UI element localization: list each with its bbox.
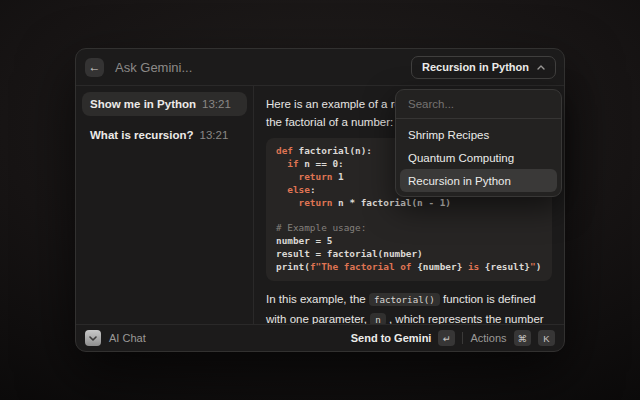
history-item-show-me-in-python[interactable]: Show me in Python 13:21	[82, 92, 247, 116]
back-button[interactable]: ←	[85, 58, 104, 77]
window-header: ← Ask Gemini... Recursion in Python	[76, 49, 564, 86]
dropdown-option-recursion-in-python[interactable]: Recursion in Python	[400, 169, 557, 192]
ask-input-placeholder[interactable]: Ask Gemini...	[115, 60, 411, 75]
history-item-label: Show me in Python	[90, 98, 196, 110]
actions-button[interactable]: Actions	[470, 332, 506, 344]
history-item-time: 13:21	[200, 129, 229, 141]
footer-divider	[462, 332, 463, 344]
footer-actions: Send to Gemini ↵ Actions ⌘ K	[351, 330, 555, 346]
dropdown-option-shrimp-recipes[interactable]: Shrimp Recipes	[400, 123, 557, 146]
chat-history-sidebar: Show me in Python 13:21 What is recursio…	[76, 86, 254, 324]
chat-selector-label: Recursion in Python	[422, 61, 529, 73]
dropdown-options: Shrimp Recipes Quantum Computing Recursi…	[396, 119, 561, 196]
return-key-icon: ↵	[438, 330, 455, 346]
desktop-background: ← Ask Gemini... Recursion in Python Show…	[0, 0, 640, 400]
history-item-what-is-recursion[interactable]: What is recursion? 13:21	[82, 123, 247, 147]
ai-chat-icon	[85, 330, 101, 346]
explanation-text: In this example, the factorial() functio…	[266, 290, 552, 324]
chat-selector-dropdown: Shrimp Recipes Quantum Computing Recursi…	[395, 89, 562, 197]
dropdown-option-quantum-computing[interactable]: Quantum Computing	[400, 146, 557, 169]
cmd-key-icon: ⌘	[514, 330, 532, 346]
send-to-gemini-button[interactable]: Send to Gemini	[351, 332, 432, 344]
chevron-up-icon	[537, 65, 545, 70]
ask-gemini-window: ← Ask Gemini... Recursion in Python Show…	[75, 48, 565, 352]
history-item-time: 13:21	[202, 98, 231, 110]
chat-selector-button[interactable]: Recursion in Python	[411, 56, 556, 79]
history-item-label: What is recursion?	[90, 129, 194, 141]
dropdown-search-input[interactable]	[396, 90, 561, 118]
action-bar: AI Chat Send to Gemini ↵ Actions ⌘ K	[76, 324, 564, 351]
chevron-down-glyph	[89, 336, 97, 341]
k-key-icon: K	[538, 330, 555, 346]
back-arrow-icon: ←	[89, 61, 101, 73]
app-label: AI Chat	[109, 332, 146, 344]
